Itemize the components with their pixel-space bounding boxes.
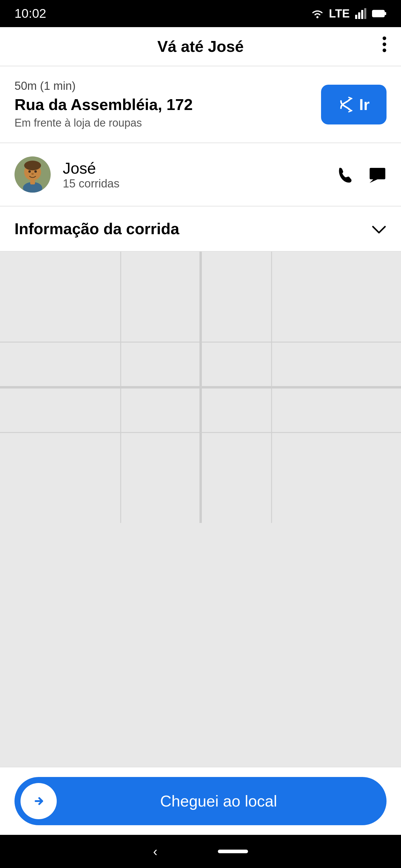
map-area (0, 252, 401, 767)
svg-point-7 (382, 36, 386, 40)
svg-rect-17 (30, 180, 35, 184)
svg-point-14 (34, 170, 37, 173)
svg-point-9 (382, 49, 386, 52)
lte-label: LTE (329, 7, 350, 20)
back-icon[interactable]: ‹ (153, 844, 157, 859)
passenger-rides: 15 corridas (63, 177, 324, 190)
route-icon (338, 97, 354, 113)
svg-rect-4 (364, 8, 366, 19)
trip-info-section[interactable]: Informação da corrida (0, 207, 401, 252)
status-bar: 10:02 LTE (0, 0, 401, 27)
status-time: 10:02 (15, 6, 46, 21)
passenger-name: José (63, 159, 324, 177)
avatar (15, 156, 51, 193)
svg-marker-19 (370, 179, 377, 183)
destination-card: 50m (1 min) Rua da Assembléia, 172 Em fr… (0, 66, 401, 143)
page-title: Vá até José (36, 37, 365, 56)
more-vert-icon[interactable] (365, 35, 386, 58)
signal-icon (355, 8, 367, 19)
svg-point-0 (316, 16, 319, 19)
svg-rect-1 (355, 15, 357, 19)
destination-address: Rua da Assembléia, 172 (15, 96, 193, 114)
battery-icon (372, 9, 386, 18)
go-button[interactable]: Ir (321, 85, 386, 124)
destination-hint: Em frente à loja de roupas (15, 117, 193, 129)
svg-rect-2 (358, 12, 360, 19)
message-icon (368, 165, 386, 184)
svg-rect-18 (370, 168, 385, 179)
go-button-label: Ir (359, 96, 370, 114)
phone-icon (336, 165, 354, 184)
svg-rect-6 (385, 12, 386, 15)
passenger-card: José 15 corridas (0, 143, 401, 207)
app-bar: Vá até José (0, 27, 401, 66)
wifi-icon (311, 8, 323, 19)
bottom-nav: Cheguei ao local (0, 767, 401, 835)
call-button[interactable] (336, 165, 354, 184)
arrived-label: Cheguei ao local (57, 792, 380, 810)
svg-point-15 (31, 173, 34, 175)
arrived-button[interactable]: Cheguei ao local (15, 777, 386, 825)
message-button[interactable] (368, 165, 386, 184)
destination-info: 50m (1 min) Rua da Assembléia, 172 Em fr… (15, 80, 193, 129)
chevron-down-icon (371, 220, 386, 238)
svg-rect-5 (372, 10, 384, 17)
svg-rect-3 (361, 10, 363, 19)
destination-eta: 50m (1 min) (15, 80, 193, 93)
svg-point-12 (24, 161, 41, 170)
passenger-info: José 15 corridas (63, 159, 324, 190)
system-nav-bar: ‹ (0, 835, 401, 868)
arrived-circle (21, 783, 57, 819)
svg-point-8 (382, 42, 386, 46)
home-indicator[interactable] (218, 849, 248, 853)
passenger-actions (336, 165, 386, 184)
status-icons: LTE (311, 7, 386, 20)
arrow-right-icon (30, 792, 48, 810)
svg-point-13 (28, 170, 31, 173)
trip-info-label: Informação da corrida (15, 220, 179, 238)
